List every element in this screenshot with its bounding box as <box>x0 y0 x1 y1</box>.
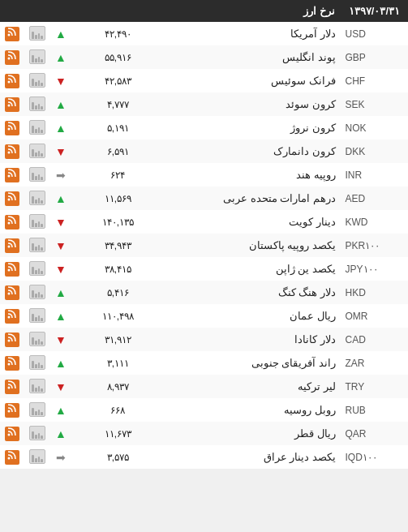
header-date: ۱۳۹۷/۰۳/۳۱ <box>335 5 400 17</box>
currency-name: دلار هنگ کنگ <box>165 281 341 304</box>
rss-icon[interactable] <box>0 328 24 351</box>
currency-name: پوند انگلیس <box>165 45 341 69</box>
currency-name: دلار کانادا <box>165 328 341 351</box>
arrow-up-icon: ▲ <box>55 192 67 205</box>
arrow-down-icon: ▼ <box>55 216 67 229</box>
table-row: CADدلار کانادا۳۱,۹۱۲▼ <box>0 328 408 351</box>
rss-icon[interactable] <box>0 187 24 210</box>
chart-icon[interactable] <box>24 210 50 234</box>
arrow-up-icon: ▲ <box>55 357 67 370</box>
svg-point-17 <box>8 433 11 435</box>
currency-code: GBP <box>341 45 408 69</box>
currency-name: کرون نروژ <box>165 116 341 139</box>
arrow-down-icon: ▼ <box>55 239 67 252</box>
currency-code: TRY <box>341 375 408 398</box>
svg-point-0 <box>8 33 11 36</box>
chart-icon[interactable] <box>24 398 50 422</box>
svg-point-13 <box>8 339 11 341</box>
currency-code: ZAR <box>341 351 408 375</box>
currency-value: ۳,۱۱۱ <box>71 351 165 375</box>
trend-arrow: ▲ <box>50 422 71 445</box>
currency-name: درهم امارات متحده عربی <box>165 187 341 210</box>
currency-name: یکصد ین ژاپن <box>165 257 341 281</box>
trend-arrow: ▲ <box>50 45 71 69</box>
table-row: ZARراند آفریقای جنوبی۳,۱۱۱▲ <box>0 351 408 375</box>
trend-arrow: ▲ <box>50 116 71 139</box>
rss-icon[interactable] <box>0 351 24 375</box>
rss-icon[interactable] <box>0 45 24 69</box>
table-row: OMRریال عمان۱۱۰,۴۹۸▲ <box>0 304 408 328</box>
arrow-up-icon: ▲ <box>55 122 67 135</box>
currency-value: ۱۱,۵۶۹ <box>71 187 165 210</box>
svg-point-1 <box>8 57 11 59</box>
currency-name: ریال عمان <box>165 304 341 328</box>
currency-value: ۶۲۴ <box>71 163 165 187</box>
rss-icon[interactable] <box>0 422 24 445</box>
chart-icon[interactable] <box>24 187 50 210</box>
currency-value: ۱۱۰,۴۹۸ <box>71 304 165 328</box>
chart-icon[interactable] <box>24 116 50 139</box>
trend-arrow: ▼ <box>50 257 71 281</box>
chart-icon[interactable] <box>24 139 50 163</box>
currency-code: AED <box>341 187 408 210</box>
currency-value: ۶۶۸ <box>71 398 165 422</box>
table-row: GBPپوند انگلیس۵۵,۹۱۶▲ <box>0 45 408 69</box>
table-row: RUBروبل روسیه۶۶۸▲ <box>0 398 408 422</box>
currency-value: ۸,۹۳۷ <box>71 375 165 398</box>
currency-code: PKR۱۰۰ <box>341 234 408 257</box>
rss-icon[interactable] <box>0 281 24 304</box>
trend-arrow: ▲ <box>50 398 71 422</box>
rss-icon[interactable] <box>0 210 24 234</box>
chart-icon[interactable] <box>24 304 50 328</box>
currency-value: ۵,۴۱۶ <box>71 281 165 304</box>
trend-arrow: ▲ <box>50 22 71 45</box>
chart-icon[interactable] <box>24 45 50 69</box>
arrow-up-icon: ▲ <box>55 28 67 41</box>
chart-icon[interactable] <box>24 328 50 351</box>
svg-point-5 <box>8 151 11 153</box>
table-row: HKDدلار هنگ کنگ۵,۴۱۶▲ <box>0 281 408 304</box>
rss-icon[interactable] <box>0 116 24 139</box>
table-row: AEDدرهم امارات متحده عربی۱۱,۵۶۹▲ <box>0 187 408 210</box>
arrow-down-icon: ▼ <box>55 263 67 276</box>
chart-icon[interactable] <box>24 22 50 45</box>
rss-icon[interactable] <box>0 445 24 469</box>
chart-icon[interactable] <box>24 234 50 257</box>
currency-name: کرون دانمارک <box>165 139 341 163</box>
currency-code: QAR <box>341 422 408 445</box>
rss-icon[interactable] <box>0 92 24 116</box>
trend-arrow: ▼ <box>50 69 71 92</box>
chart-icon[interactable] <box>24 422 50 445</box>
rss-icon[interactable] <box>0 139 24 163</box>
chart-icon[interactable] <box>24 375 50 398</box>
rss-icon[interactable] <box>0 163 24 187</box>
currency-name: لیر ترکیه <box>165 375 341 398</box>
currency-code: CAD <box>341 328 408 351</box>
chart-icon[interactable] <box>24 351 50 375</box>
chart-icon[interactable] <box>24 257 50 281</box>
rss-icon[interactable] <box>0 257 24 281</box>
chart-icon[interactable] <box>24 163 50 187</box>
chart-icon[interactable] <box>24 92 50 116</box>
currency-code: JPY۱۰۰ <box>341 257 408 281</box>
currency-name: دلار آمریکا <box>165 22 341 45</box>
rss-icon[interactable] <box>0 398 24 422</box>
chart-icon[interactable] <box>24 281 50 304</box>
svg-point-12 <box>8 315 11 318</box>
rss-icon[interactable] <box>0 22 24 45</box>
svg-point-10 <box>8 268 11 271</box>
rss-icon[interactable] <box>0 375 24 398</box>
rss-icon[interactable] <box>0 304 24 328</box>
trend-arrow: ➡ <box>50 445 71 469</box>
header-bar: نرخ ارز ۱۳۹۷/۰۳/۳۱ <box>0 0 408 22</box>
rss-icon[interactable] <box>0 69 24 92</box>
currency-value: ۴,۷۷۷ <box>71 92 165 116</box>
chart-icon[interactable] <box>24 445 50 469</box>
currency-code: USD <box>341 22 408 45</box>
table-row: JPY۱۰۰یکصد ین ژاپن۳۸,۴۱۵▼ <box>0 257 408 281</box>
currency-value: ۱۱,۶۷۳ <box>71 422 165 445</box>
rss-icon[interactable] <box>0 234 24 257</box>
trend-arrow: ▼ <box>50 375 71 398</box>
table-row: CHFفرانک سوئیس۴۲,۵۸۳▼ <box>0 69 408 92</box>
chart-icon[interactable] <box>24 69 50 92</box>
